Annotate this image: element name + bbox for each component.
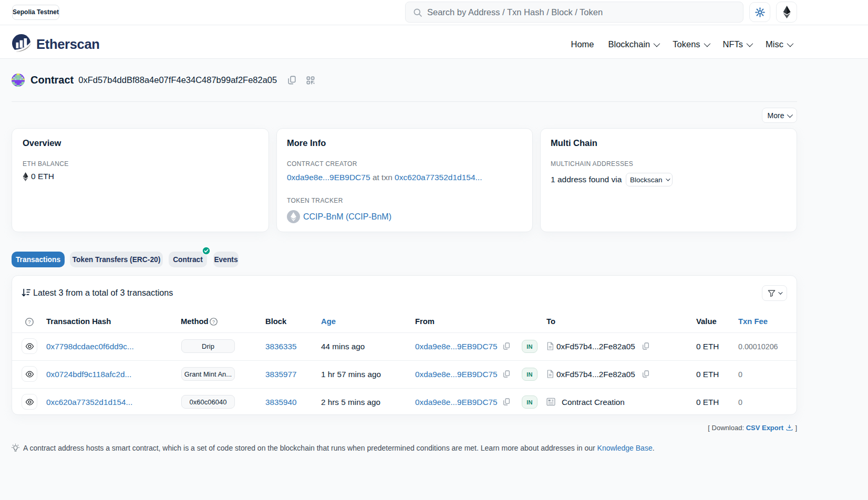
svg-text:?: ? [212, 319, 215, 325]
svg-text:?: ? [28, 319, 30, 325]
